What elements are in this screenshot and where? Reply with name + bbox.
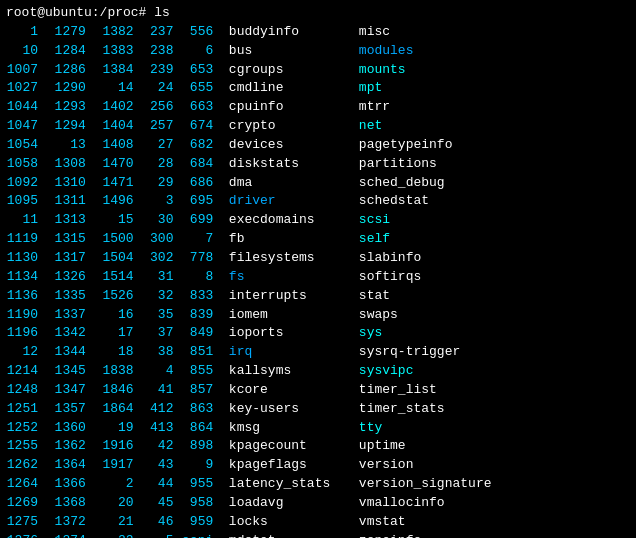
terminal-row: 1058 1308 1470 28 684 diskstatspartition… — [6, 155, 630, 174]
terminal-row: 1119 1315 1500 300 7 fbself — [6, 230, 630, 249]
terminal-row: 1134 1326 1514 31 8 fssoftirqs — [6, 268, 630, 287]
terminal-row: 1214 1345 1838 4 855 kallsymssysvipc — [6, 362, 630, 381]
terminal-row: 1136 1335 1526 32 833 interruptsstat — [6, 287, 630, 306]
terminal-row: 1251 1357 1864 412 863 key-userstimer_st… — [6, 400, 630, 419]
terminal-row: 1264 1366 2 44 955 latency_statsversion_… — [6, 475, 630, 494]
terminal-row: 1 1279 1382 237 556 buddyinfomisc — [6, 23, 630, 42]
terminal-row: 10 1284 1383 238 6 busmodules — [6, 42, 630, 61]
terminal-row: 1054 13 1408 27 682 devicespagetypeinfo — [6, 136, 630, 155]
terminal-row: 1276 1374 22 5 acpi mdstatzoneinfo — [6, 532, 630, 538]
terminal-row: 1196 1342 17 37 849 ioportssys — [6, 324, 630, 343]
terminal-row: 1190 1337 16 35 839 iomemswaps — [6, 306, 630, 325]
terminal: root@ubuntu:/proc# ls 1 1279 1382 237 55… — [0, 0, 636, 538]
terminal-row: 11 1313 15 30 699 execdomainsscsi — [6, 211, 630, 230]
terminal-row: 1007 1286 1384 239 653 cgroupsmounts — [6, 61, 630, 80]
terminal-row: 1275 1372 21 46 959 locksvmstat — [6, 513, 630, 532]
terminal-row: 1269 1368 20 45 958 loadavgvmallocinfo — [6, 494, 630, 513]
terminal-row: 1047 1294 1404 257 674 cryptonet — [6, 117, 630, 136]
terminal-row: 1130 1317 1504 302 778 filesystemsslabin… — [6, 249, 630, 268]
prompt-line: root@ubuntu:/proc# ls — [6, 4, 630, 23]
terminal-row: 1027 1290 14 24 655 cmdlinempt — [6, 79, 630, 98]
terminal-row: 1044 1293 1402 256 663 cpuinfomtrr — [6, 98, 630, 117]
terminal-row: 1095 1311 1496 3 695 driverschedstat — [6, 192, 630, 211]
terminal-row: 1092 1310 1471 29 686 dmasched_debug — [6, 174, 630, 193]
terminal-row: 1262 1364 1917 43 9 kpageflagsversion — [6, 456, 630, 475]
prompt: root@ubuntu:/proc# ls — [6, 4, 170, 23]
terminal-row: 1255 1362 1916 42 898 kpagecountuptime — [6, 437, 630, 456]
terminal-row: 1248 1347 1846 41 857 kcoretimer_list — [6, 381, 630, 400]
terminal-row: 1252 1360 19 413 864 kmsgtty — [6, 419, 630, 438]
terminal-row: 12 1344 18 38 851 irqsysrq-trigger — [6, 343, 630, 362]
